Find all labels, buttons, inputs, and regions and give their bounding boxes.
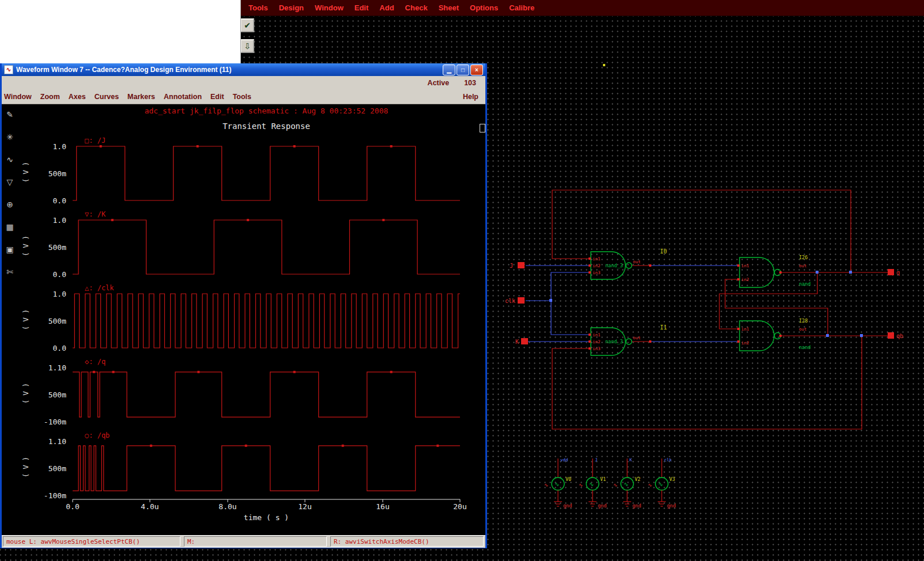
x-tick-label: 16u <box>376 502 389 511</box>
menu-options[interactable]: Options <box>470 3 498 12</box>
pin-label: out <box>633 259 641 264</box>
descend-tool-icon[interactable]: ⇩ <box>240 39 254 53</box>
menu-sheet[interactable]: Sheet <box>439 3 459 12</box>
trace-marker <box>390 145 393 147</box>
source-v2[interactable]: ∿∿ K V2 gnd <box>613 457 641 509</box>
source-v1[interactable]: ∿∿ J V1 gnd <box>579 457 606 509</box>
active-label: Active <box>428 79 450 87</box>
source-v0[interactable]: ∿∿ vdd V0 gnd <box>544 457 572 509</box>
gnd-label: gnd <box>632 503 641 509</box>
active-value: 103 <box>464 79 476 87</box>
plot-area[interactable]: adc_start jk_filp_flop schematic : Aug 8… <box>18 104 485 535</box>
gate-nand-I26[interactable]: in1 in2 I26 out nand <box>740 255 810 287</box>
gnd-label: gnd <box>563 503 572 509</box>
trace-marker <box>111 219 114 221</box>
waveform-trace-K[interactable] <box>73 220 460 274</box>
gate-nand-I28[interactable]: in1 in2 I28 out nand <box>740 318 810 351</box>
y-tick-label: 500m <box>35 317 66 325</box>
y-tick-label: 0.0 <box>35 344 66 352</box>
desktop: in1 in2 in3 nand_3 out in1 in2 in3 nand_… <box>0 0 924 561</box>
check-tool-icon[interactable]: ✔ <box>240 18 254 32</box>
grid-tool-icon[interactable]: ▦ <box>6 222 13 232</box>
pin-clk[interactable]: clk <box>505 297 525 304</box>
pin-j[interactable]: J <box>510 262 525 269</box>
triangle-tool-icon[interactable]: ▽ <box>7 177 13 187</box>
crosshair-tool-icon[interactable]: ⊕ <box>6 200 13 209</box>
x-axis-label: time ( s ) <box>244 513 289 522</box>
trace-label: ○: /qb <box>85 431 110 439</box>
minimize-button[interactable]: ▁ <box>443 65 455 75</box>
menu-wf-tools[interactable]: Tools <box>233 93 251 101</box>
highlight-dot <box>603 64 605 66</box>
y-tick-label: 1.0 <box>35 290 66 298</box>
menu-check[interactable]: Check <box>405 3 428 12</box>
x-tick-label: 20u <box>453 502 466 511</box>
menu-wf-markers[interactable]: Markers <box>127 93 155 101</box>
title-bar[interactable]: ∿ Waveform Window 7 -- Cadence?Analog De… <box>2 63 485 76</box>
box-tool-icon[interactable]: ▣ <box>6 245 13 254</box>
menu-wf-axes[interactable]: Axes <box>69 93 86 101</box>
waveform-trace-clk[interactable] <box>73 294 460 348</box>
pin-label: in1 <box>741 327 749 332</box>
pin-label: out <box>633 335 641 340</box>
schematic-side-toolbar: ✔ ⇩ <box>240 18 257 53</box>
trace-label: □: /J <box>85 137 105 145</box>
menu-add[interactable]: Add <box>379 3 394 12</box>
burst-tool-icon[interactable]: ✳ <box>6 132 13 142</box>
trace-marker <box>247 219 249 221</box>
wave-tool-icon[interactable]: ∿ <box>6 155 13 164</box>
wire-clk-up[interactable] <box>551 272 591 301</box>
menu-tools[interactable]: Tools <box>248 3 268 12</box>
trace-marker <box>150 445 152 447</box>
svg-text:∿: ∿ <box>555 481 559 487</box>
waveform-trace-q[interactable] <box>73 372 460 417</box>
trace-marker <box>436 445 439 447</box>
svg-text:∿: ∿ <box>589 481 594 487</box>
svg-text:∿: ∿ <box>579 482 583 488</box>
waveform-trace-qb[interactable] <box>73 446 460 491</box>
y-tick-label: 500m <box>35 391 66 399</box>
pencil-tool-icon[interactable]: ✎ <box>6 110 13 119</box>
menu-wf-help[interactable]: Help <box>463 93 483 101</box>
waveform-trace-J[interactable] <box>73 146 460 200</box>
menu-design[interactable]: Design <box>279 3 304 12</box>
menu-wf-zoom[interactable]: Zoom <box>40 93 60 101</box>
y-tick-label: 500m <box>35 169 66 178</box>
trace-marker <box>197 371 199 373</box>
close-button[interactable]: × <box>470 65 483 75</box>
trace-marker <box>93 371 95 373</box>
restore-button[interactable]: □ <box>457 65 469 75</box>
plot-toolbar: ✎✳∿▽⊕▦▣✄ <box>2 104 18 535</box>
trace-marker <box>390 371 393 373</box>
menu-wf-annotation[interactable]: Annotation <box>164 93 202 101</box>
y-tick-label: -100m <box>35 491 66 500</box>
menu-wf-curves[interactable]: Curves <box>95 93 119 101</box>
source-v3[interactable]: ∿∿ clk V3 gnd <box>648 457 676 509</box>
menu-wf-window[interactable]: Window <box>4 93 32 101</box>
gate-label: nand <box>799 281 810 287</box>
x-tick-label: 12u <box>298 502 311 511</box>
waveform-menubar: Window Zoom Axes Curves Markers Annotati… <box>2 90 485 104</box>
trace-marker <box>382 219 384 221</box>
y-tick-label: 1.10 <box>35 437 66 446</box>
pin-label: in2 <box>593 263 601 268</box>
trace-marker <box>112 371 115 373</box>
window-icon: ∿ <box>4 65 13 74</box>
pin-q[interactable]: q <box>888 269 900 276</box>
pin-qb[interactable]: qb <box>888 332 903 339</box>
pin-label: in2 <box>741 277 749 282</box>
pin-label: in1 <box>593 256 601 261</box>
trace-label: △: /clk <box>85 284 114 292</box>
trace-label: ▽: /K <box>85 210 105 218</box>
y-axis-unit: ( V ) <box>22 160 30 185</box>
svg-text:∿: ∿ <box>648 482 652 488</box>
wire-clk-down[interactable] <box>551 301 591 335</box>
cut-tool-icon[interactable]: ✄ <box>6 267 13 276</box>
menu-calibre[interactable]: Calibre <box>509 3 534 12</box>
menu-edit[interactable]: Edit <box>354 3 369 12</box>
y-tick-label: 1.10 <box>35 363 66 372</box>
menu-wf-edit[interactable]: Edit <box>210 93 224 101</box>
menu-window[interactable]: Window <box>315 3 344 12</box>
pin-k[interactable]: K <box>515 338 528 345</box>
svg-text:∿: ∿ <box>658 481 663 487</box>
